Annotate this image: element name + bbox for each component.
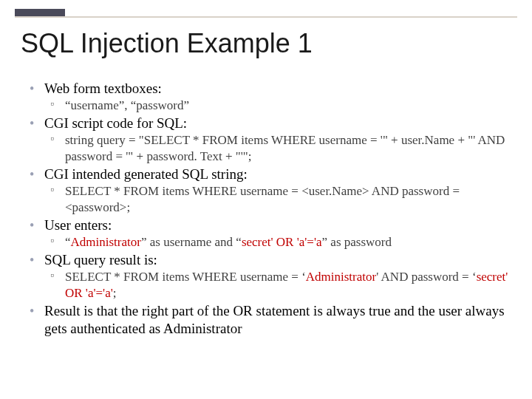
bullet-intended-sql: CGI intended generated SQL string: <box>24 166 511 183</box>
subbullet-fields: “username”, “password” <box>24 98 511 114</box>
subbullet-user-enters: “Administrator” as username and “secret'… <box>24 234 511 250</box>
injected-password: secret' OR 'a'='a <box>242 235 322 249</box>
slide: SQL Injection Example 1 Web form textbox… <box>0 0 532 399</box>
result-username: Administrator <box>306 270 376 284</box>
accent-bar <box>15 9 65 16</box>
bullet-user-enters: User enters: <box>24 216 511 234</box>
subbullet-query-result: SELECT * FROM items WHERE username = ‘Ad… <box>24 269 511 301</box>
bullet-result-explanation: Result is that the right part of the OR … <box>24 302 511 338</box>
bullet-cgi-code: CGI script code for SQL: <box>24 115 511 132</box>
text: ' AND password = ‘ <box>376 270 476 284</box>
text: ; <box>113 286 117 300</box>
text: “ <box>65 235 71 249</box>
subbullet-cgi-code: string query = "SELECT * FROM items WHER… <box>24 132 511 165</box>
subbullet-intended-sql: SELECT * FROM items WHERE username = <us… <box>24 183 511 216</box>
bullet-web-form: Web form textboxes: <box>24 80 511 98</box>
horizontal-rule <box>15 16 517 18</box>
text: SELECT * FROM items WHERE username = ‘ <box>65 270 306 284</box>
text: ” as password <box>322 235 392 249</box>
text: ” as username and “ <box>141 235 242 249</box>
slide-body: Web form textboxes: “username”, “passwor… <box>24 80 511 338</box>
bullet-query-result: SQL query result is: <box>24 251 511 269</box>
injected-username: Administrator <box>71 235 141 249</box>
slide-title: SQL Injection Example 1 <box>21 28 313 59</box>
